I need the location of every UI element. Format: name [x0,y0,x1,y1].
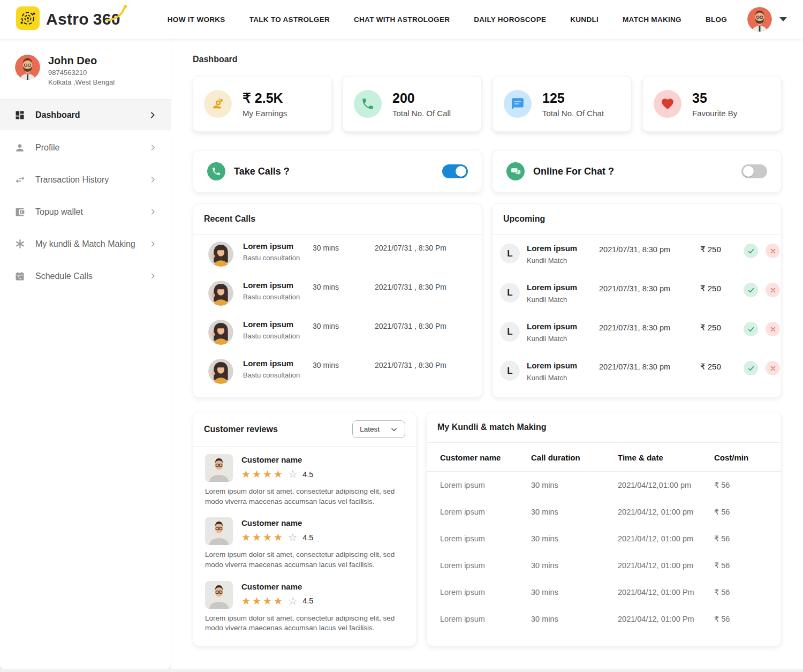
reject-cross-icon[interactable] [766,322,780,336]
reject-cross-icon[interactable] [766,361,780,375]
caller-avatar [208,359,233,384]
online-for-chat-label: Online For Chat ? [533,166,614,177]
reject-cross-icon[interactable] [766,244,780,258]
online-for-chat-card: Online For Chat ? [492,150,782,193]
sidebar-item-my-kundli-match-making[interactable]: My kundli & Match Making [0,229,171,259]
astro360-dashboard-app: Astro360 HOW IT WORKS TALK TO ASTROLGER … [0,0,803,672]
reviewer-avatar [205,581,233,609]
take-calls-label: Take Calls ? [234,166,290,177]
caller-avatar [208,320,233,345]
user-name: John Deo [48,55,115,67]
reject-cross-icon[interactable] [766,283,780,297]
wallet-icon [14,206,26,218]
nav-link-how-it-works[interactable]: HOW IT WORKS [168,16,225,24]
stat-label: Total No. Of Call [392,109,451,118]
brand-logo[interactable]: Astro360 [16,6,120,32]
chat-bubble-icon [504,90,532,118]
chevron-down-icon [390,426,398,433]
chevron-down-icon[interactable] [779,17,787,21]
initial-avatar: L [500,244,520,263]
review-item: Customer name ★★★★☆4.5 Lorem ipsum dolor… [193,510,416,573]
phone-icon [354,90,382,118]
upcoming-panel: Upcoming L Lorem ipsumKundli Match 2021/… [492,203,782,398]
nav-link-talk-to-astrologer[interactable]: TALK TO ASTROLGER [249,16,330,24]
stat-label: My Earnings [243,109,287,118]
stat-card-chats: 125 Total No. Of Chat [493,76,632,132]
accept-check-icon[interactable] [744,244,758,258]
kundli-table-row: Lorem ipsum30 mins2021/04/12, 01:00 pm₹ … [427,499,781,525]
nav-link-chat-with-astrologer[interactable]: CHAT WITH ASTROLOGER [354,16,450,24]
star-rating: ★★★★☆4.5 [241,468,313,480]
swap-arrows-icon [14,174,26,186]
nav-link-kundli[interactable]: KUNDLI [570,16,599,24]
sidebar-item-topup-wallet[interactable]: Topup wallet [0,197,171,227]
sidebar-item-transaction-history[interactable]: Transaction History [0,164,171,195]
kundli-table-row: Lorem ipsum30 mins2021/04/12, 01:00 pm₹ … [427,525,781,552]
stat-card-calls: 200 Total No. Of Call [343,76,482,132]
initial-avatar: L [500,322,520,342]
initial-avatar: L [500,361,520,381]
nav-link-match-making[interactable]: MATCH MAKING [623,16,681,24]
caller-avatar [208,281,233,306]
chevron-right-icon [149,176,157,184]
comet-swoosh-icon [106,4,127,22]
chevron-right-icon [149,208,157,216]
accept-check-icon[interactable] [744,322,758,336]
reviews-sort-select[interactable]: Latest [352,420,405,438]
upcoming-row: L Lorem ipsumKundli Match 2021/07/31, 8:… [493,313,781,352]
star-rating: ★★★★☆4.5 [241,531,313,543]
review-text: Lorem ipsum dolor sit amet, consectetur … [205,487,404,507]
page-title: Dashboard [193,55,782,64]
stat-value: ₹ 2.5K [243,90,287,106]
review-item: Customer name ★★★★☆4.5 Lorem ipsum dolor… [193,447,416,510]
main-content: Dashboard ₹ 2.5K My Earnings [171,39,803,669]
reviews-title: Customer reviews [204,425,278,434]
sidebar-item-schedule-calls[interactable]: Schedule Calls [0,261,171,291]
recent-call-row: Lorem ipsumBastu consultation 30 mins 20… [193,274,482,313]
kundli-knot-icon [14,238,26,250]
user-avatar[interactable] [747,7,772,32]
sidebar-item-profile[interactable]: Profile [0,132,171,163]
recent-calls-panel: Recent Calls Lorem ipsumBastu consultati… [193,203,482,398]
caller-avatar [208,241,233,267]
take-calls-toggle[interactable] [442,164,468,178]
upcoming-title: Upcoming [493,204,781,235]
double-chat-icon [506,162,525,180]
recent-call-row: Lorem ipsumBastu consultation 30 mins 20… [193,313,482,352]
orbit-icon [16,6,40,32]
nav-link-daily-horoscope[interactable]: DAILY HOROSCOPE [474,16,546,24]
sidebar-avatar [15,55,40,80]
chevron-right-icon [149,272,157,280]
sidebar: John Deo 9874563210 Kolkata ,West Bengal… [0,39,171,669]
review-item: Customer name ★★★★☆4.5 Lorem ipsum dolor… [193,573,416,637]
person-icon [14,142,26,154]
stat-card-earnings: ₹ 2.5K My Earnings [193,76,332,132]
stat-value: 35 [692,90,737,106]
user-phone: 9874563210 [48,69,115,77]
recent-calls-title: Recent Calls [193,204,482,235]
accept-check-icon[interactable] [744,361,758,375]
brand-name: Astro360 [46,10,120,28]
stat-label: Favourite By [692,109,737,118]
kundli-table-row: Lorem ipsum30 mins2021/04/12,01:00 pm₹ 5… [427,472,781,499]
review-text: Lorem ipsum dolor sit amet, consectetur … [205,550,404,570]
reviewer-avatar [205,517,233,545]
review-text: Lorem ipsum dolor sit amet, consectetur … [205,614,404,633]
sidebar-item-dashboard[interactable]: Dashboard [0,100,171,130]
take-calls-card: Take Calls ? [193,150,482,193]
online-for-chat-toggle[interactable] [741,164,767,178]
kundli-table-row: Lorem ipsum30 mins2021/04/12, 01:00 Pm₹ … [427,606,781,632]
kundli-table-row: Lorem ipsum30 mins2021/04/12, 01:00 pm₹ … [427,552,781,579]
schedule-calendar-icon [14,270,26,282]
star-rating: ★★★★☆4.5 [241,595,313,607]
phone-icon [207,162,225,180]
customer-reviews-panel: Customer reviews Latest Customer name ★★… [193,412,416,646]
main-nav: HOW IT WORKS TALK TO ASTROLGER CHAT WITH… [168,16,727,24]
user-location: Kolkata ,West Bengal [48,78,115,86]
nav-link-blog[interactable]: BLOG [706,16,727,24]
upcoming-row: L Lorem ipsumKundli Match 2021/07/31, 8:… [493,235,781,274]
top-navbar: Astro360 HOW IT WORKS TALK TO ASTROLGER … [0,0,803,39]
stat-value: 200 [392,90,451,106]
accept-check-icon[interactable] [744,283,758,297]
dashboard-grid-icon [14,109,26,121]
